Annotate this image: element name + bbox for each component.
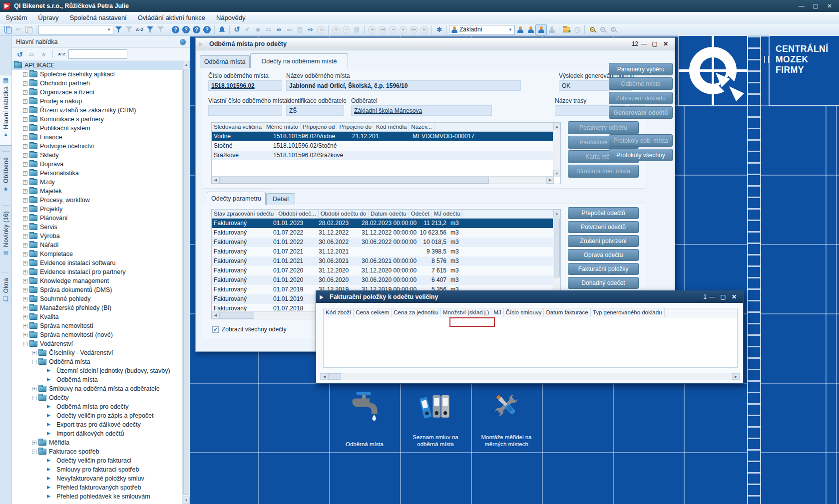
button[interactable]: Protokoly všechny	[609, 149, 673, 161]
user-help-icon[interactable]: ?	[202, 24, 212, 35]
tree-sort-icon[interactable]: A↕Z	[56, 49, 67, 59]
tree-toggle-icon[interactable]	[23, 342, 27, 346]
tree-item[interactable]: Personalistika	[12, 169, 183, 178]
button[interactable]: Zobrazení dokladu	[609, 92, 673, 104]
tree-item[interactable]: Import dálkových odečtů	[12, 429, 183, 438]
tree-toggle-icon[interactable]	[32, 387, 36, 391]
tree-toggle-icon[interactable]	[41, 423, 44, 427]
clear-filter-icon[interactable]	[124, 24, 134, 35]
tree-toggle-icon[interactable]	[23, 324, 27, 328]
tree-item[interactable]: Odběrná místa	[12, 357, 183, 366]
tree-item[interactable]: Finance	[12, 133, 183, 142]
copy-icon[interactable]	[2, 24, 13, 35]
tree-toggle-icon[interactable]	[23, 189, 27, 194]
button[interactable]: Fakturační položky	[568, 263, 639, 275]
tree-item[interactable]: Publikační systém	[12, 124, 183, 133]
table-row[interactable]: Srážkové1518.101596.02/Srážkové	[212, 151, 553, 160]
menu-item[interactable]: Ovládání aktivní funkce	[132, 12, 211, 23]
tree-toggle-icon[interactable]	[23, 72, 27, 77]
identifikace-odberatele-field[interactable]: ZŠ	[286, 105, 344, 116]
tree-item[interactable]: Sklady	[12, 151, 183, 160]
window-maximize-button[interactable]: ▢	[649, 40, 660, 47]
tree-item[interactable]: Odběrná místa	[12, 375, 183, 384]
tree-item[interactable]: Měřidla	[12, 438, 183, 447]
tree-scroll-thumb[interactable]	[183, 69, 189, 495]
nav-last-icon[interactable]: ▶|	[419, 24, 429, 35]
tree-toggle-icon[interactable]	[23, 81, 27, 86]
tree-scroll-down-icon[interactable]: ▼	[183, 497, 190, 504]
tree-toggle-icon[interactable]	[23, 126, 27, 131]
column-header[interactable]: Sledovaná veličina	[212, 123, 264, 131]
tree-item[interactable]: Doprava	[12, 160, 183, 169]
tree-toggle-icon[interactable]	[41, 432, 44, 436]
column-header[interactable]: Cena celkem	[354, 308, 392, 317]
tree-item[interactable]: Správa dokumentů (DMS)	[12, 285, 183, 294]
tree-item[interactable]: Nevyfakturované položky smluv	[12, 474, 183, 483]
window-close-button[interactable]: ✕	[660, 40, 671, 47]
table-row[interactable]: Fakturovaný01.01.202130.06.2021 30.06.20…	[212, 256, 553, 266]
column-header[interactable]: Typ generovaného dokladu	[591, 308, 665, 317]
table-row[interactable]: Fakturovaný01.07.202131.12.2021 9 398,5m…	[212, 247, 553, 256]
tree-item[interactable]: Knowledge management	[12, 276, 183, 285]
tree-toggle-icon[interactable]	[41, 468, 44, 472]
tree-toggle-icon[interactable]	[32, 360, 36, 364]
tree-toggle-icon[interactable]	[23, 207, 27, 212]
cut-icon[interactable]: ✂	[13, 24, 23, 35]
tree-toggle-icon[interactable]	[23, 90, 27, 95]
cislo-odberneho-mista-field[interactable]: 1518.101596.02	[208, 80, 282, 91]
replace-icon[interactable]: ab	[284, 24, 295, 35]
column-header[interactable]: Číslo smlouvy	[504, 308, 544, 317]
tab-odecty-na-odbernem-miste[interactable]: Odečty na odběrném místě	[250, 53, 348, 68]
table-row[interactable]: Fakturovaný01.07.202031.12.2020 31.12.20…	[212, 266, 553, 275]
tree-toggle-icon[interactable]	[23, 108, 27, 113]
zoom-in-icon[interactable]: +	[587, 24, 597, 35]
column-header[interactable]: Kód zboží	[324, 308, 354, 317]
table-row[interactable]: VODNE28 654,5648,60 589,60m3SVHM-2017-00…	[324, 317, 737, 327]
table-row[interactable]: Vodné1518.101596.02/Vodné21.12.2017 MEVD…	[212, 132, 553, 141]
tree-item[interactable]: Odečty veličin pro fakturaci	[12, 456, 183, 465]
scroll-down-icon[interactable]: ▼	[553, 170, 560, 177]
confirm-icon[interactable]: ✔	[242, 24, 253, 35]
filter-sort-icon[interactable]	[145, 24, 155, 35]
undo-icon[interactable]: ◂	[316, 24, 326, 35]
dialog-titlebar[interactable]: Fakturační položky k odečtu veličiny 1 —…	[316, 291, 743, 303]
tree-toggle-icon[interactable]	[32, 396, 36, 400]
tree-item[interactable]: Organizace a řízení	[12, 88, 183, 97]
remove-icon[interactable]: −	[341, 24, 352, 35]
tree-item[interactable]: APLIKACE	[12, 61, 183, 70]
button[interactable]: Potvrzení odečtů	[568, 221, 639, 233]
meters-hscrollbar[interactable]: ◀ ▶	[212, 176, 554, 184]
tree-item[interactable]: Majetek	[12, 187, 183, 196]
desktop-icon-seznam-smluv[interactable]: Seznam smluv na odběrná místa	[401, 384, 470, 452]
tree-toggle-icon[interactable]	[23, 288, 27, 292]
tree-toggle-icon[interactable]	[41, 378, 44, 382]
button[interactable]: Generování odečtů	[609, 106, 673, 119]
tree-toggle-icon[interactable]	[23, 171, 27, 176]
tree-toggle-icon[interactable]	[41, 405, 44, 409]
button[interactable]: Parametry výběru	[609, 63, 673, 75]
scroll-up-icon[interactable]: ▲	[553, 210, 560, 217]
tree-item[interactable]: Kvalita	[12, 312, 183, 321]
tree-refresh-icon[interactable]: ↺	[14, 49, 25, 59]
column-header[interactable]: Datum fakturace	[544, 308, 590, 317]
user-disabled-icon[interactable]	[546, 24, 557, 35]
column-header[interactable]: Období odečtu do	[319, 210, 369, 218]
tree-toggle-icon[interactable]	[23, 144, 27, 149]
tree-toggle-icon[interactable]	[23, 153, 27, 158]
tree-toggle-icon[interactable]	[23, 243, 27, 248]
column-header[interactable]: Cena za jednotku	[392, 308, 441, 317]
table-row[interactable]: Fakturovaný01.01.202230.06.2022 30.06.20…	[212, 238, 553, 247]
tab-detail[interactable]: Detail	[266, 193, 295, 205]
tree-toggle-icon[interactable]	[23, 99, 27, 104]
tree-filter-input[interactable]	[68, 49, 127, 59]
column-header[interactable]: MJ	[491, 308, 503, 317]
context-help-icon[interactable]: ?	[170, 24, 181, 35]
tree-item[interactable]: Přehled fakturovaných spotřeb	[12, 483, 183, 492]
dialog-close-button[interactable]: ✕	[729, 293, 740, 300]
tree-item[interactable]: Projekty	[12, 205, 183, 214]
nav-prev-icon[interactable]: ◀	[388, 24, 398, 35]
tree-item[interactable]: Odběrná místa pro odečty	[12, 402, 183, 411]
tree-item[interactable]: Procesy, workflow	[12, 196, 183, 205]
tree-toggle-icon[interactable]	[23, 198, 27, 203]
scroll-thumb[interactable]	[219, 312, 254, 319]
